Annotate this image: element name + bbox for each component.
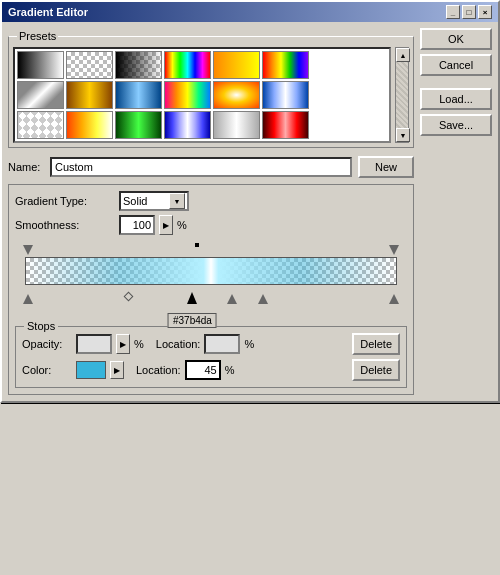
delete-top-button[interactable]: Delete: [352, 333, 400, 355]
smoothness-row: Smoothness: ▶ %: [15, 215, 407, 235]
preset-silver2[interactable]: [213, 111, 260, 139]
opacity-stop-right[interactable]: [389, 245, 399, 255]
gradient-bar[interactable]: [25, 257, 397, 285]
preset-silver[interactable]: [17, 81, 64, 109]
left-panel: Presets: [8, 28, 414, 395]
presets-grid-container: [13, 47, 391, 143]
preset-black-white[interactable]: [17, 51, 64, 79]
name-label: Name:: [8, 161, 44, 173]
preset-deep-red[interactable]: [262, 111, 309, 139]
ok-button[interactable]: OK: [420, 28, 492, 50]
color-stop-5[interactable]: [258, 294, 268, 304]
color-stop-right[interactable]: [389, 294, 399, 304]
opacity-row: Opacity: ▶ % Location: % Delete: [22, 333, 400, 355]
title-bar: Gradient Editor _ □ ×: [2, 2, 498, 22]
maximize-button[interactable]: □: [462, 5, 476, 19]
preset-warm[interactable]: [66, 111, 113, 139]
minimize-button[interactable]: _: [446, 5, 460, 19]
gradient-editor-window: Gradient Editor _ □ × Presets: [0, 0, 500, 403]
location-bottom-label: Location:: [136, 364, 181, 376]
preset-orange-yellow[interactable]: [213, 51, 260, 79]
preset-green[interactable]: [115, 111, 162, 139]
opacity-stops-row: [15, 243, 407, 257]
location-bottom-unit: %: [225, 364, 235, 376]
tooltip: #37b4da: [168, 313, 217, 328]
opacity-spinner[interactable]: ▶: [116, 334, 130, 354]
right-panel: OK Cancel Load... Save...: [420, 28, 492, 395]
presets-label: Presets: [17, 30, 58, 42]
scroll-up-button[interactable]: ▲: [396, 48, 410, 62]
color-stop-diamond[interactable]: [125, 293, 132, 300]
main-content: Presets: [2, 22, 498, 401]
presets-scrollbar: ▲ ▼: [395, 47, 409, 143]
preset-copper[interactable]: [66, 81, 113, 109]
save-button[interactable]: Save...: [420, 114, 492, 136]
scroll-down-button[interactable]: ▼: [396, 128, 410, 142]
stops-group-label: Stops: [24, 320, 58, 332]
scroll-track: [396, 62, 408, 128]
name-input[interactable]: [50, 157, 352, 177]
stops-group: Stops Opacity: ▶ % Location: % Delete: [15, 326, 407, 388]
gradient-type-row: Gradient Type: Solid ▼: [15, 191, 407, 211]
smoothness-spinner[interactable]: ▶: [159, 215, 173, 235]
gradient-type-label: Gradient Type:: [15, 195, 115, 207]
smoothness-unit: %: [177, 219, 187, 231]
gradient-controls: Gradient Type: Solid ▼ Smoothness: ▶ %: [8, 184, 414, 395]
opacity-unit: %: [134, 338, 144, 350]
smoothness-label: Smoothness:: [15, 219, 115, 231]
preset-sunburst[interactable]: [213, 81, 260, 109]
preset-stripes[interactable]: [17, 111, 64, 139]
cancel-button[interactable]: Cancel: [420, 54, 492, 76]
color-swatch-arrow[interactable]: ▶: [110, 361, 124, 379]
smoothness-input[interactable]: [119, 215, 155, 235]
delete-bottom-button[interactable]: Delete: [352, 359, 400, 381]
location-bottom-input[interactable]: [185, 360, 221, 380]
preset-rainbow[interactable]: [262, 51, 309, 79]
opacity-stop-left[interactable]: [23, 245, 33, 255]
color-stop-selected[interactable]: #37b4da: [187, 292, 197, 304]
gradient-type-select[interactable]: Solid ▼: [119, 191, 189, 211]
gradient-type-value: Solid: [123, 195, 147, 207]
preset-blue-white[interactable]: [262, 81, 309, 109]
load-button[interactable]: Load...: [420, 88, 492, 110]
preset-transparent[interactable]: [66, 51, 113, 79]
location-top-label: Location:: [156, 338, 201, 350]
preset-spectrum[interactable]: [164, 51, 211, 79]
name-row: Name: New: [8, 156, 414, 178]
gradient-type-arrow[interactable]: ▼: [169, 193, 185, 209]
preset-blue-violet[interactable]: [164, 111, 211, 139]
location-top-input[interactable]: [204, 334, 240, 354]
window-title: Gradient Editor: [8, 6, 88, 18]
color-row: Color: ▶ Location: % Delete: [22, 359, 400, 381]
color-stop-4[interactable]: [227, 294, 237, 304]
title-controls: _ □ ×: [446, 5, 492, 19]
preset-spectrum2[interactable]: [164, 81, 211, 109]
gradient-bar-wrapper: [25, 257, 397, 285]
location-top-unit: %: [244, 338, 254, 350]
color-swatch[interactable]: [76, 361, 106, 379]
new-button[interactable]: New: [358, 156, 414, 178]
color-stop-left[interactable]: [23, 294, 33, 304]
opacity-input[interactable]: [76, 334, 112, 354]
color-label: Color:: [22, 364, 72, 376]
close-button[interactable]: ×: [478, 5, 492, 19]
opacity-label: Opacity:: [22, 338, 72, 350]
preset-blue-steel[interactable]: [115, 81, 162, 109]
preset-black-transparent[interactable]: [115, 51, 162, 79]
color-stops-row: #37b4da: [15, 286, 407, 304]
presets-section: Presets: [8, 36, 414, 148]
opacity-stop-center[interactable]: [195, 243, 199, 247]
